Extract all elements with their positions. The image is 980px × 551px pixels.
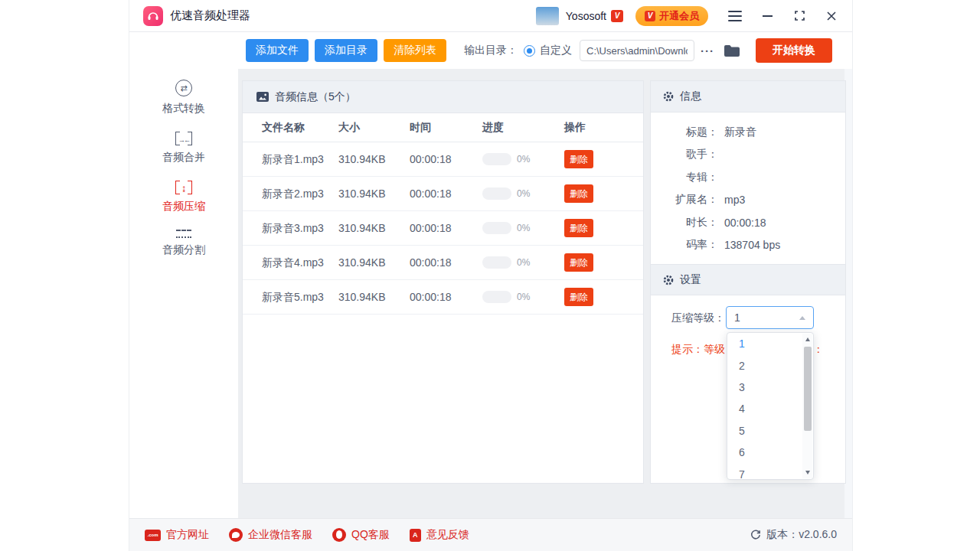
clear-list-button[interactable]: 清除列表 [384,39,446,62]
feedback-link[interactable]: 意见反馈 [410,528,469,542]
version-info: 版本：v2.0.6.0 [750,528,837,542]
info-label: 专辑： [651,171,718,184]
progress-percent: 0% [517,188,530,199]
footer: 官方网址 企业微信客服 QQ客服 意见反馈 版本：v2.0.6.0 [129,518,852,551]
info-row: 码率：138704 bps [651,234,845,257]
info-label: 歌手： [651,148,718,161]
app-title: 优速音频处理器 [170,8,250,23]
compress-level-label: 压缩等级： [671,311,725,325]
start-convert-button[interactable]: 开始转换 [756,38,832,63]
open-vip-button[interactable]: 开通会员 [635,6,708,26]
audio-info-title: 音频信息（5个） [275,90,356,104]
menu-button[interactable] [728,9,742,23]
official-site-label: 官方网址 [166,528,209,542]
feedback-icon [410,529,421,542]
delete-button[interactable]: 删除 [564,184,593,203]
body-row: 格式转换 音频合并 音频压缩 音频分割 添加文件 添加目录 清除列表 [129,32,852,518]
sidebar-item-audio-compress[interactable]: 音频压缩 [162,181,205,214]
progress-bar [482,153,511,165]
file-name: 新录音3.mp3 [262,221,329,236]
info-label: 时长： [651,216,718,230]
custom-radio[interactable] [524,45,535,57]
action-cell: 删除 [564,288,643,306]
open-folder-button[interactable] [724,44,740,57]
col-progress: 进度 [482,121,564,135]
hint-text-suffix: ： [813,343,824,357]
open-vip-label: 开通会员 [659,9,699,23]
dropdown-option-7[interactable]: 7 [727,463,813,480]
wechat-icon [229,528,243,542]
info-body: 标题：新录音 歌手： 专辑： 扩展名：mp3 时长：00:00:18 码率：13… [651,112,845,264]
scrollbar-thumb[interactable] [804,347,812,431]
minimize-button[interactable] [760,9,774,23]
file-name: 新录音2.mp3 [262,187,329,201]
col-filename: 文件名称 [262,121,338,135]
progress-cell: 0% [482,256,564,269]
table-header-row: 文件名称 大小 时间 进度 操作 [243,113,643,142]
output-directory-label: 输出目录： [464,44,518,57]
wechat-support-label: 企业微信客服 [248,528,312,542]
sidebar-item-label: 音频分割 [162,243,205,257]
sidebar-item-audio-split[interactable]: 音频分割 [162,230,205,257]
convert-icon [175,80,192,96]
delete-button[interactable]: 删除 [564,150,593,168]
add-directory-button[interactable]: 添加目录 [315,39,377,62]
compress-icon [175,181,192,194]
dropdown-option-4[interactable]: 4 [727,398,813,419]
dropdown-option-2[interactable]: 2 [727,354,813,376]
feedback-label: 意见反馈 [426,528,469,542]
qq-support-link[interactable]: QQ客服 [332,528,390,542]
sidebar-item-label: 格式转换 [162,102,205,116]
action-cell: 删除 [564,184,643,203]
close-button[interactable] [825,9,838,23]
delete-button[interactable]: 删除 [564,219,593,237]
delete-button[interactable]: 删除 [564,288,593,306]
maximize-button[interactable] [792,9,806,23]
sidebar-item-audio-merge[interactable]: 音频合并 [162,132,205,165]
hamburger-icon [728,11,742,21]
progress-bar [482,222,511,234]
table-row: 新录音2.mp3 310.94KB 00:00:18 0% 删除 [243,177,643,211]
info-label: 扩展名： [651,193,718,207]
file-name: 新录音4.mp3 [262,256,329,270]
app-window: 优速音频处理器 Yososoft 开通会员 [129,0,853,551]
audio-info-panel: 音频信息（5个） 文件名称 大小 时间 进度 操作 新录音1.mp3 310.9… [242,80,644,484]
output-path-input[interactable] [580,40,694,61]
dropdown-option-1[interactable]: 1 [727,333,813,354]
dropdown-option-6[interactable]: 6 [727,442,813,463]
username[interactable]: Yososoft [566,10,606,22]
user-avatar[interactable] [536,7,559,25]
compress-level-select[interactable]: 1 [726,306,814,329]
scroll-down-arrow[interactable] [802,468,812,478]
window-controls [728,9,838,23]
titlebar: 优速音频处理器 Yososoft 开通会员 [129,0,852,32]
vip-icon [645,11,655,21]
progress-bar [482,291,511,303]
file-time: 00:00:18 [410,187,482,200]
file-size: 310.94KB [338,222,410,234]
progress-percent: 0% [517,223,530,233]
folder-icon [724,44,740,57]
browse-more-button[interactable]: ··· [701,44,714,57]
sidebar-item-format-convert[interactable]: 格式转换 [162,80,205,116]
add-file-button[interactable]: 添加文件 [246,39,309,62]
info-value: mp3 [724,194,745,206]
table-row: 新录音3.mp3 310.94KB 00:00:18 0% 删除 [243,211,643,246]
dropdown-option-3[interactable]: 3 [727,377,813,398]
progress-cell: 0% [482,222,564,234]
app-logo [143,6,163,26]
headphones-icon [147,10,159,21]
merge-arrows [178,132,189,145]
official-site-link[interactable]: 官方网址 [145,528,209,542]
info-row: 专辑： [651,166,845,189]
wechat-support-link[interactable]: 企业微信客服 [229,528,312,542]
settings-title: 设置 [680,273,701,287]
dropdown-scrollbar[interactable] [802,334,812,478]
scroll-up-arrow[interactable] [802,334,812,344]
delete-button[interactable]: 删除 [564,253,593,272]
sidebar-item-label: 音频合并 [162,151,205,165]
gear-icon [663,275,674,285]
file-time: 00:00:18 [410,222,482,234]
dropdown-option-5[interactable]: 5 [727,420,813,442]
refresh-icon [750,530,761,540]
